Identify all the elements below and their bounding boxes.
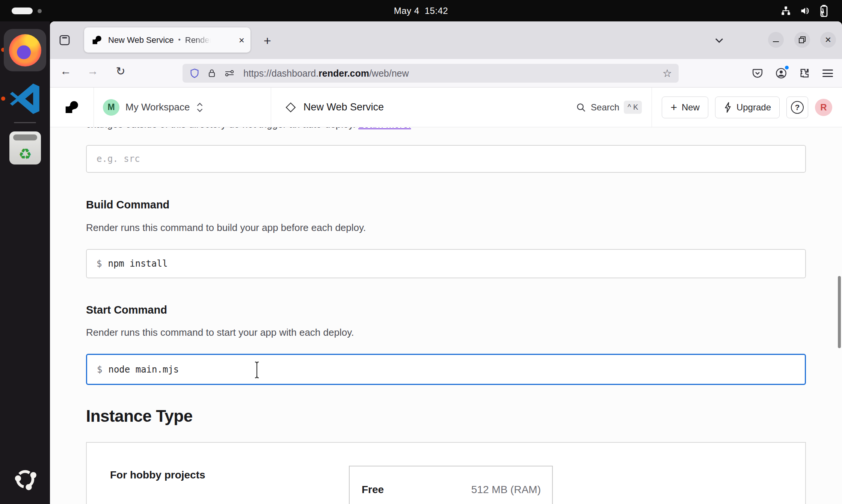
vscode-icon <box>8 81 43 116</box>
back-button[interactable]: ← <box>57 65 74 77</box>
text-cursor <box>254 361 260 379</box>
upgrade-button[interactable]: Upgrade <box>715 97 780 118</box>
shell-prompt: $ <box>97 364 102 375</box>
search-control[interactable]: Search ^ K <box>576 88 642 127</box>
system-top-bar: May 4 15:42 <box>0 0 842 21</box>
tab-close-icon[interactable]: × <box>239 35 244 45</box>
free-plan-name: Free <box>362 484 384 496</box>
menu-hamburger-icon[interactable] <box>822 69 833 77</box>
instance-type-title: Instance Type <box>86 407 193 426</box>
account-icon[interactable] <box>775 67 787 79</box>
build-command-title: Build Command <box>86 199 169 211</box>
url-bar[interactable]: https://dashboard.render.com/web/new ☆ <box>183 64 679 83</box>
header-actions: + New Upgrade ? R <box>652 88 842 127</box>
bookmark-star-icon[interactable]: ☆ <box>662 67 672 80</box>
tab-title: New Web Service • Render <box>108 35 212 45</box>
tab-new-web-service[interactable]: New Web Service • Render × <box>84 27 250 53</box>
url-text: https://dashboard.render.com/web/new <box>243 68 409 79</box>
tab-bar: New Web Service • Render × + × <box>50 21 842 59</box>
workspace-indicator-pill <box>12 8 33 14</box>
search-label: Search <box>591 102 619 113</box>
help-icon: ? <box>791 101 804 114</box>
build-command-description: Render runs this command to build your a… <box>86 222 366 234</box>
reload-button[interactable]: ↻ <box>112 65 129 78</box>
start-command-description: Render runs this command to start your a… <box>86 327 354 338</box>
new-button[interactable]: + New <box>662 97 708 118</box>
start-command-input[interactable]: $ node main.mjs <box>86 354 806 385</box>
pocket-icon[interactable] <box>752 68 763 79</box>
plus-icon: + <box>670 101 677 114</box>
root-directory-placeholder: e.g. src <box>97 154 140 164</box>
page-title-group: New Web Service <box>271 88 576 127</box>
build-command-value: npm install <box>108 258 167 269</box>
dock-item-trash[interactable]: ♻ <box>9 131 41 164</box>
recycle-bin-icon: ♻ <box>18 146 32 161</box>
navigation-toolbar: ← → ↻ https://dashboard.render <box>50 59 842 88</box>
scrollbar-thumb[interactable] <box>838 276 841 348</box>
minimize-button[interactable] <box>768 32 784 48</box>
firefox-window: New Web Service • Render × + × ← → ↻ <box>50 21 842 504</box>
extensions-puzzle-icon[interactable] <box>799 68 810 79</box>
workspace-indicator-dot <box>38 9 42 13</box>
start-command-value: node main.mjs <box>108 364 179 375</box>
build-command-input[interactable]: $ npm install <box>86 249 806 278</box>
render-logo[interactable] <box>50 88 94 127</box>
lock-icon[interactable] <box>207 68 216 78</box>
chevron-up-down-icon <box>196 102 204 113</box>
trash-lid <box>13 134 37 140</box>
show-apps-button[interactable] <box>12 466 38 492</box>
new-tab-button[interactable]: + <box>260 33 275 48</box>
volume-icon[interactable] <box>800 6 810 16</box>
forward-button[interactable]: → <box>85 65 101 77</box>
diamond-icon <box>285 102 296 113</box>
page-title: New Web Service <box>303 101 384 113</box>
permissions-icon[interactable] <box>224 69 235 78</box>
workspace-name: My Workspace <box>125 101 190 113</box>
root-directory-input[interactable]: e.g. src <box>86 145 806 173</box>
workspace-avatar: M <box>103 99 119 116</box>
restore-button[interactable] <box>794 32 810 48</box>
shell-prompt: $ <box>97 258 102 269</box>
free-instance-card[interactable]: Free 512 MB (RAM) <box>349 466 553 504</box>
clipped-description-line: changes outside of this directory do not… <box>86 127 687 131</box>
render-header: M My Workspace New Web Service Search ^ … <box>50 88 842 127</box>
dock: ♻ <box>0 21 50 504</box>
list-tabs-chevron-icon[interactable] <box>712 33 726 47</box>
search-shortcut-badge: ^ K <box>624 101 642 114</box>
free-plan-ram: 512 MB (RAM) <box>471 484 541 496</box>
page-content: changes outside of this directory do not… <box>50 127 842 504</box>
render-favicon <box>92 35 102 45</box>
workspace-switcher[interactable]: M My Workspace <box>94 88 271 127</box>
search-icon <box>576 102 586 113</box>
network-icon[interactable] <box>781 6 791 16</box>
clock-time: 15:42 <box>425 6 448 16</box>
close-window-button[interactable]: × <box>820 32 836 48</box>
system-clock[interactable]: May 4 15:42 <box>394 6 448 16</box>
hobby-projects-label: For hobby projects <box>110 469 205 481</box>
user-avatar[interactable]: R <box>815 99 832 116</box>
clock-date: May 4 <box>394 6 419 16</box>
help-button[interactable]: ? <box>786 97 808 118</box>
ubuntu-logo-icon <box>12 466 38 492</box>
start-command-title: Start Command <box>86 304 167 316</box>
dock-item-firefox[interactable] <box>4 29 46 71</box>
battery-icon[interactable] <box>819 5 828 17</box>
dock-item-vscode[interactable] <box>8 81 43 116</box>
bolt-icon <box>724 102 732 113</box>
learn-more-link[interactable]: Learn more. <box>358 127 411 130</box>
dock-divider <box>14 122 36 123</box>
firefox-view-button[interactable] <box>56 32 73 48</box>
account-notification-dot <box>784 65 790 71</box>
tracking-shield-icon[interactable] <box>189 68 200 79</box>
vscode-running-dot <box>1 97 5 101</box>
firefox-icon <box>9 34 41 66</box>
